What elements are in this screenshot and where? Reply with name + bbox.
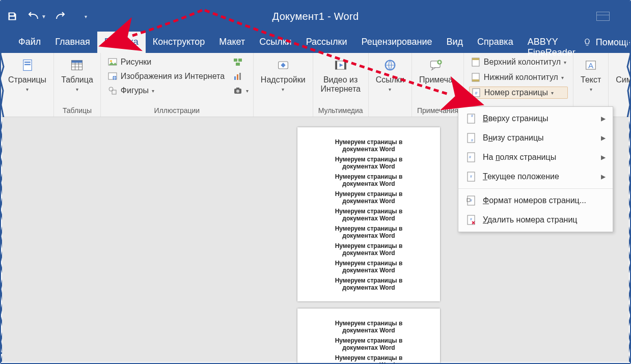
save-button[interactable] <box>7 11 17 21</box>
page-number-menu: # Вверху страницы ▶ # Внизу страницы ▶ #… <box>458 106 613 232</box>
menu-page-margins[interactable]: # На полях страницы ▶ <box>458 148 613 167</box>
document-page-1[interactable]: Нумеруем страницы вдокументах WordНумеру… <box>297 127 440 301</box>
comment-button[interactable]: Примеча <box>417 56 455 86</box>
tab-abbyy[interactable]: ABBYY FineReader 12 <box>520 32 583 53</box>
svg-text:#: # <box>470 199 472 202</box>
tell-me-label: Помощн <box>596 37 631 48</box>
submenu-arrow-icon: ▶ <box>601 134 606 142</box>
footer-label: Нижний колонтитул <box>484 73 558 82</box>
ribbon-tabs: Файл Главная Вставка Конструктор Макет С… <box>1 32 630 53</box>
menu-format-label: ормат номеров страниц... <box>489 196 586 205</box>
tab-view[interactable]: Вид <box>439 32 470 53</box>
tab-insert[interactable]: Вставка <box>97 32 146 53</box>
redo-button[interactable] <box>56 12 67 21</box>
document-page-2[interactable]: Нумеруем страницы вдокументах WordНумеру… <box>297 309 440 364</box>
menu-separator <box>458 188 613 189</box>
group-pages: Страницы ▾ <box>1 53 54 117</box>
group-media: Видео из Интернета Мультимедиа <box>313 53 369 117</box>
qat-customize-button[interactable]: ▾ <box>83 14 87 19</box>
redo-icon <box>56 12 67 21</box>
page-number-label: Номер страницы <box>484 88 548 97</box>
video-icon <box>331 57 350 73</box>
menu-remove-page-numbers[interactable]: # Удалить номера страниц <box>458 210 613 230</box>
pictures-label: Рисунки <box>121 58 151 67</box>
tab-references[interactable]: Ссылки <box>252 32 298 53</box>
menu-current-position[interactable]: # Текущее положение ▶ <box>458 167 613 186</box>
undo-button[interactable]: ▼ <box>26 12 46 21</box>
screenshot-button[interactable]: ▾ <box>231 85 250 97</box>
screenshot-icon <box>233 86 243 96</box>
menu-top-of-page[interactable]: # Вверху страницы ▶ <box>458 109 613 128</box>
submenu-arrow-icon: ▶ <box>601 154 606 161</box>
footer-button[interactable]: Нижний колонтитул▾ <box>469 71 568 83</box>
picture-icon <box>107 57 118 67</box>
header-button[interactable]: Верхний колонтитул▾ <box>469 56 568 68</box>
tab-review[interactable]: Рецензирование <box>354 32 439 53</box>
illustrations-group-label: Иллюстрации <box>106 104 248 116</box>
links-label: Ссылки <box>376 75 404 85</box>
group-illustrations: Рисунки Изображения из Интернета Фигуры … <box>101 53 254 117</box>
page-icon <box>18 57 37 73</box>
submenu-arrow-icon: ▶ <box>601 115 606 122</box>
page-current-icon: # <box>465 171 477 182</box>
svg-text:#: # <box>475 91 477 96</box>
quick-access-toolbar: ▼ ▾ <box>7 11 87 21</box>
pictures-button[interactable]: Рисунки <box>106 56 226 68</box>
menu-top-label: верху страницы <box>488 114 548 123</box>
undo-icon <box>26 12 40 21</box>
shapes-icon <box>107 86 118 96</box>
table-label: Таблица <box>61 75 93 85</box>
svg-point-18 <box>236 90 239 93</box>
links-button[interactable]: Ссылки ▾ <box>374 56 406 93</box>
tables-group-label: Таблицы <box>59 104 95 116</box>
tab-design[interactable]: Конструктор <box>146 32 212 53</box>
word-window: ▼ ▾ Документ1 - Word Файл Главная Вставк… <box>0 0 631 364</box>
addins-icon <box>273 57 293 73</box>
text-button[interactable]: A Текст ▾ <box>579 56 603 93</box>
comments-group-label: Примечания <box>417 104 458 116</box>
tab-home[interactable]: Главная <box>48 32 97 53</box>
symbols-button[interactable]: Сим <box>614 56 631 86</box>
save-icon <box>7 11 17 21</box>
page-number-button[interactable]: # Номер страницы▾ <box>469 87 568 99</box>
menu-format-page-numbers[interactable]: # Формат номеров страниц... <box>458 191 613 210</box>
svg-rect-30 <box>472 79 479 81</box>
svg-rect-13 <box>236 63 240 66</box>
title-bar: ▼ ▾ Документ1 - Word <box>1 1 630 32</box>
online-pictures-button[interactable]: Изображения из Интернета <box>106 70 226 82</box>
remove-numbers-icon: # <box>465 214 477 226</box>
svg-rect-4 <box>72 61 83 63</box>
tab-mailings[interactable]: Рассылки <box>299 32 354 53</box>
svg-text:#: # <box>470 217 472 221</box>
pages-button[interactable]: Страницы ▾ <box>6 56 48 93</box>
menu-margins-label: олях страницы <box>500 153 557 161</box>
document-title: Документ1 - Word <box>272 11 359 22</box>
tell-me[interactable]: Помощн <box>583 32 631 53</box>
shapes-button[interactable]: Фигуры ▾ <box>106 85 226 97</box>
header-label: Верхний колонтитул <box>484 58 561 67</box>
menu-remove-label: далить номера страниц <box>487 215 578 224</box>
link-icon <box>380 57 400 73</box>
online-video-button[interactable]: Видео из Интернета <box>318 56 363 95</box>
submenu-arrow-icon: ▶ <box>601 173 606 180</box>
tab-help[interactable]: Справка <box>470 32 520 53</box>
online-video-label: Видео из Интернета <box>320 75 361 94</box>
text-label: Текст <box>581 75 601 85</box>
addins-button[interactable]: Надстройки ▾ <box>259 56 308 93</box>
svg-rect-28 <box>472 58 479 60</box>
svg-rect-12 <box>238 59 242 62</box>
table-button[interactable]: Таблица ▾ <box>59 56 95 93</box>
smartart-icon <box>233 57 243 67</box>
svg-rect-2 <box>24 64 31 65</box>
svg-point-6 <box>110 60 112 62</box>
ribbon-display-options-icon[interactable] <box>596 12 610 21</box>
chart-button[interactable] <box>231 70 250 82</box>
tab-file[interactable]: Файл <box>11 32 48 53</box>
group-addins: Надстройки ▾ <box>254 53 313 117</box>
group-tables: Таблица ▾ Таблицы <box>54 53 101 117</box>
lightbulb-icon <box>583 38 592 47</box>
textbox-icon: A <box>581 57 600 73</box>
smartart-button[interactable] <box>231 56 250 68</box>
menu-bottom-of-page[interactable]: # Внизу страницы ▶ <box>458 128 613 148</box>
tab-layout[interactable]: Макет <box>212 32 252 53</box>
